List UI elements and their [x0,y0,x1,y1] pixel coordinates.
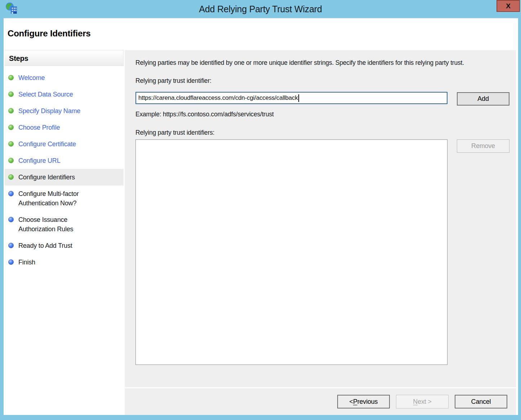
sidebar-step-choose-issuance-rules: Choose Issuance Authorization Rules [5,211,124,237]
sidebar-step-choose-profile[interactable]: Choose Profile [5,119,124,136]
step-done-bullet [8,108,14,113]
step-done-bullet [8,125,14,130]
footer-bar: < Previous Next > Cancel [125,388,516,415]
steps-heading: Steps [5,50,124,66]
step-label: Configure Multi-factor Authentication No… [18,189,98,208]
identifiers-listbox[interactable] [135,139,447,365]
previous-label-accel: P [353,398,357,406]
previous-label-rest: revious [357,398,378,406]
sidebar-step-configure-mfa: Configure Multi-factor Authentication No… [5,186,124,211]
page-title: Configure Identifiers [8,28,90,39]
identifier-input[interactable]: https://carena.cloudflareaccess.com/cdn-… [135,92,447,104]
remove-button: Remove [457,139,509,153]
next-label-accel: N [413,398,418,406]
wizard-body: Configure Identifiers Steps Welcome Sele… [4,18,518,415]
steps-list: Welcome Select Data Source Specify Displ… [5,66,124,271]
main-panel: Relying parties may be identified by one… [125,50,516,387]
add-button[interactable]: Add [457,92,509,106]
sidebar-step-configure-identifiers-current: Configure Identifiers [5,169,124,186]
next-button: Next > [396,395,449,408]
step-done-bullet [8,158,14,163]
step-pending-bullet [8,259,14,265]
example-text: Example: https://fs.contoso.com/adfs/ser… [135,111,447,118]
text-caret [298,94,299,102]
next-label-rest: ext > [418,398,432,406]
sidebar-step-configure-certificate[interactable]: Configure Certificate [5,136,124,152]
previous-label-pre: < [349,398,353,406]
step-pending-bullet [8,217,14,222]
step-label: Choose Profile [18,123,60,132]
sidebar-step-configure-url[interactable]: Configure URL [5,152,124,169]
step-label: Choose Issuance Authorization Rules [18,215,98,234]
identifier-label: Relying party trust identifier: [135,77,447,85]
step-done-bullet [8,75,14,80]
sidebar-step-welcome[interactable]: Welcome [5,70,124,86]
identifier-input-value: https://carena.cloudflareaccess.com/cdn-… [138,94,298,102]
identifiers-list-label: Relying party trust identifiers: [135,129,447,137]
step-label: Ready to Add Trust [18,241,72,250]
step-label: Finish [18,258,35,267]
close-button[interactable]: X [496,0,520,12]
title-bar: Add Relying Party Trust Wizard X [0,0,521,18]
step-label: Welcome [18,73,45,82]
step-label: Configure URL [18,156,60,165]
step-pending-bullet [8,191,14,196]
step-label: Specify Display Name [18,106,80,116]
sidebar-step-ready-to-add-trust: Ready to Add Trust [5,237,124,254]
step-label: Select Data Source [18,90,73,99]
sidebar-step-finish: Finish [5,254,124,271]
step-done-bullet [8,141,14,147]
step-label: Configure Identifiers [18,173,75,182]
steps-sidebar: Steps Welcome Select Data Source Specify… [5,50,124,415]
adfs-wizard-icon [5,2,19,16]
close-icon: X [506,2,510,10]
sidebar-step-select-data-source[interactable]: Select Data Source [5,86,124,103]
step-pending-bullet [8,243,14,248]
sidebar-step-specify-display-name[interactable]: Specify Display Name [5,103,124,119]
step-current-bullet [8,174,14,180]
window-title: Add Relying Party Trust Wizard [199,4,322,14]
step-label: Configure Certificate [18,139,76,149]
previous-button[interactable]: < Previous [337,395,390,408]
cancel-button[interactable]: Cancel [455,395,507,408]
intro-text: Relying parties may be identified by one… [135,58,509,68]
step-done-bullet [8,91,14,97]
